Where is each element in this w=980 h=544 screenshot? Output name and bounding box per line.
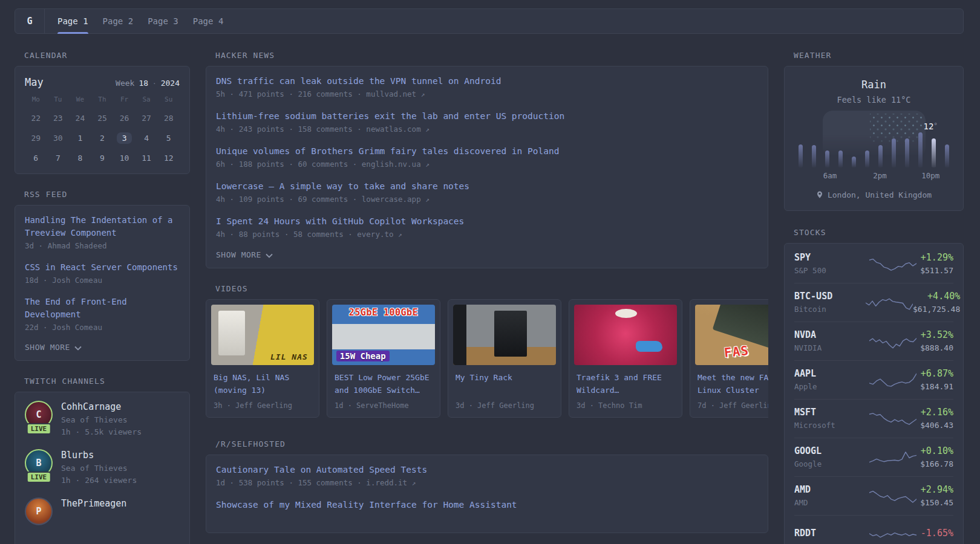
- rss-item-meta: 3d · Ahmad Shadeed: [25, 239, 180, 252]
- hn-show-more-button[interactable]: SHOW MORE: [216, 250, 758, 259]
- calendar-header: May Week 18 · 2024: [25, 76, 180, 88]
- twitch-section-label: TWITCH CHANNELS: [24, 377, 190, 386]
- video-thumbnail[interactable]: FAS: [695, 305, 768, 365]
- weather-bars: [799, 130, 950, 167]
- stock-name: Bitcoin: [794, 304, 866, 314]
- stock-sparkline: [866, 487, 920, 505]
- live-badge: LIVE: [27, 423, 51, 435]
- stock-symbol[interactable]: BTC-USD: [794, 291, 866, 302]
- hn-item-domain[interactable]: newatlas.com: [366, 125, 420, 134]
- reddit-item-title[interactable]: Cautionary Tale on Automated Speed Tests: [216, 464, 758, 476]
- list-item: Showcase of my Mixed Reality Interface f…: [216, 499, 758, 511]
- hacker-news-section: HACKER NEWS DNS traffic can leak outside…: [206, 51, 768, 268]
- weather-bar: [892, 138, 896, 167]
- video-title[interactable]: Traefik 3 and FREE Wildcard…: [577, 371, 675, 397]
- docker-whale-graphic: [636, 341, 662, 352]
- weather-bar: [825, 151, 829, 167]
- weather-bar: [852, 157, 856, 167]
- reddit-item-domain[interactable]: i.redd.it: [366, 478, 407, 487]
- weather-section-label: WEATHER: [794, 51, 964, 60]
- tab-page-3[interactable]: Page 3: [148, 9, 178, 33]
- stock-sparkline: [866, 294, 913, 312]
- calendar-day: 10: [113, 151, 136, 165]
- rss-item-title[interactable]: Handling The Indentation of a Treeview C…: [25, 214, 180, 239]
- twitch-channel-row: P ThePrimeagen: [25, 497, 180, 529]
- top-nav: G Page 1 Page 2 Page 3 Page 4: [15, 8, 964, 34]
- stock-row: GOOGLGoogle +0.10%$166.78: [794, 438, 953, 476]
- hn-item-title[interactable]: Unique volumes of Brothers Grimm fairy t…: [216, 145, 758, 158]
- rss-show-more-button[interactable]: SHOW MORE: [25, 343, 180, 352]
- live-badge: LIVE: [27, 471, 51, 483]
- hn-item-title[interactable]: Lowercase – A simple way to take and sha…: [216, 180, 758, 193]
- twitch-channel-name[interactable]: CohhCarnage: [61, 401, 142, 413]
- hn-item-meta: 6h · 188 points · 60 comments · english.…: [216, 158, 758, 171]
- video-thumbnail[interactable]: LIL NAS: [211, 305, 314, 365]
- twitch-avatar[interactable]: P: [25, 497, 53, 529]
- calendar-day: 6: [25, 151, 47, 165]
- video-card: LIL NAS Big NAS, Lil NAS (moving 13) 3h …: [206, 299, 319, 418]
- stock-name: AMD: [794, 497, 866, 508]
- calendar-day: 12: [157, 151, 180, 165]
- hn-item-domain[interactable]: mullvad.net: [366, 89, 416, 99]
- hn-item-title[interactable]: Lithium-free sodium batteries exit the l…: [216, 110, 758, 123]
- hn-item-domain[interactable]: every.to: [357, 230, 393, 239]
- stock-symbol[interactable]: GOOGL: [794, 445, 866, 457]
- calendar-day: 24: [69, 111, 91, 125]
- twitch-channel-row: B LIVE Blurbs Sea of Thieves 1h · 264 vi…: [25, 449, 180, 487]
- rss-item-title[interactable]: The End of Front-End Development: [25, 296, 180, 321]
- video-thumbnail[interactable]: 25GbE 100GbE 15W Cheap: [332, 305, 435, 365]
- selfhosted-section: /R/SELFHOSTED Cautionary Tale on Automat…: [206, 439, 768, 533]
- stock-price: $166.78: [920, 459, 953, 469]
- weekday-label: Mo: [25, 96, 47, 105]
- hn-item-meta: 4h · 243 points · 158 comments · newatla…: [216, 123, 758, 136]
- twitch-game[interactable]: Sea of Thieves: [61, 462, 137, 474]
- stock-sparkline: [866, 332, 920, 351]
- twitch-channel-name[interactable]: Blurbs: [61, 449, 137, 461]
- video-title[interactable]: BEST Low Power 25GbE and 100GbE Switch…: [335, 371, 433, 397]
- twitch-game[interactable]: Sea of Thieves: [61, 414, 142, 426]
- stock-symbol[interactable]: RDDT: [794, 528, 866, 539]
- weekday-label: Th: [91, 96, 114, 105]
- stock-symbol[interactable]: SPY: [794, 252, 866, 264]
- hn-item-domain[interactable]: english.nv.ua: [362, 160, 421, 169]
- stock-name: Google: [794, 459, 866, 469]
- hn-item-title[interactable]: DNS traffic can leak outside the VPN tun…: [216, 75, 758, 88]
- tab-page-2[interactable]: Page 2: [103, 9, 134, 33]
- twitch-avatar[interactable]: B LIVE: [25, 449, 53, 481]
- columns: CALENDAR May Week 18 · 2024 Mo Tu: [15, 51, 964, 544]
- video-thumbnail[interactable]: [574, 305, 677, 365]
- x-label: 2pm: [873, 171, 887, 180]
- twitch-avatar[interactable]: C LIVE: [25, 401, 53, 432]
- videos-row: LIL NAS Big NAS, Lil NAS (moving 13) 3h …: [206, 299, 768, 418]
- weather-location: London, United Kingdom: [794, 190, 953, 199]
- reddit-item-title[interactable]: Showcase of my Mixed Reality Interface f…: [216, 499, 758, 511]
- video-title[interactable]: Big NAS, Lil NAS (moving 13): [214, 371, 312, 397]
- twitch-viewers: 1h · 5.5k viewers: [61, 426, 142, 438]
- weather-bar: [918, 132, 923, 167]
- twitch-channel-name[interactable]: ThePrimeagen: [61, 497, 126, 510]
- tab-page-1[interactable]: Page 1: [57, 9, 88, 33]
- stock-change: +3.52%: [920, 329, 953, 341]
- hn-item-domain[interactable]: lowercase.app: [362, 195, 421, 204]
- video-card: Traefik 3 and FREE Wildcard… 3d · Techno…: [569, 299, 682, 418]
- weather-bar: [799, 144, 803, 167]
- speaker-graphic: [453, 305, 466, 365]
- video-thumbnail[interactable]: [453, 305, 556, 365]
- stock-symbol[interactable]: MSFT: [794, 407, 866, 418]
- video-card: 25GbE 100GbE 15W Cheap BEST Low Power 25…: [327, 299, 440, 418]
- stock-symbol[interactable]: AMD: [794, 484, 866, 496]
- stock-sparkline: [866, 410, 920, 428]
- x-label: 10pm: [921, 171, 939, 180]
- stock-symbol[interactable]: AAPL: [794, 368, 866, 380]
- rss-item-title[interactable]: CSS in React Server Components: [25, 261, 180, 274]
- weather-card: Rain Feels like 11°C 12° 6am 2pm 10pm: [784, 66, 964, 211]
- videos-section-label: VIDEOS: [215, 284, 768, 293]
- tab-page-4[interactable]: Page 4: [193, 9, 224, 33]
- stock-change: +4.40%: [913, 291, 960, 302]
- stock-symbol[interactable]: NVDA: [794, 329, 866, 341]
- week-prefix: Week: [116, 79, 134, 88]
- video-title[interactable]: Meet the new FASTEST Linux Cluster: [697, 371, 768, 397]
- hn-item-title[interactable]: I Spent 24 Hours with GitHub Copilot Wor…: [216, 215, 758, 228]
- video-title[interactable]: My Tiny Rack: [456, 371, 554, 397]
- app-logo[interactable]: G: [15, 9, 44, 33]
